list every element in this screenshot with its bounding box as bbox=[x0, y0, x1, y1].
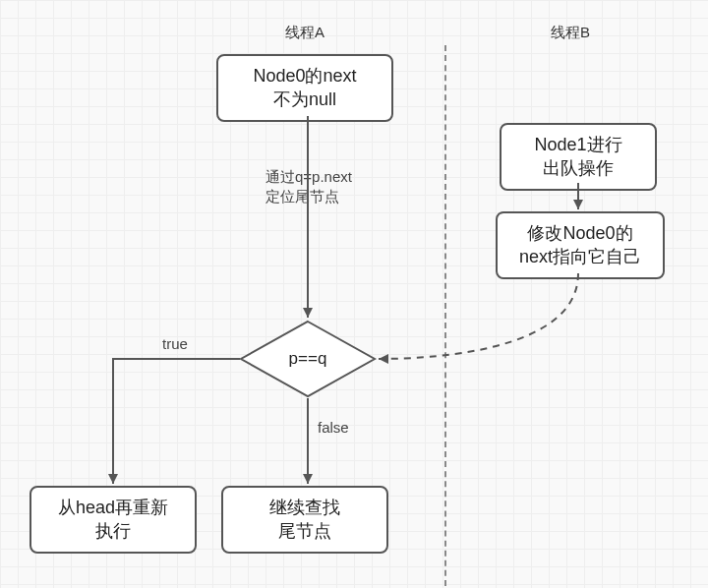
node-b-next-l2: next指向它自己 bbox=[519, 247, 641, 266]
node-decision: p==q bbox=[239, 320, 377, 398]
node-b-next: 修改Node0的 next指向它自己 bbox=[496, 211, 665, 279]
node-true-branch: 从head再重新 执行 bbox=[30, 486, 197, 554]
thread-a-header: 线程A bbox=[285, 24, 324, 42]
thread-b-header: 线程B bbox=[551, 24, 590, 42]
edge-qpnext-l1: 通过q=p.next bbox=[266, 168, 352, 185]
node-false-l1: 继续查找 bbox=[269, 498, 340, 517]
decision-label: p==q bbox=[239, 349, 377, 369]
node-true-l2: 执行 bbox=[95, 521, 131, 541]
thread-divider bbox=[444, 45, 446, 588]
node-a-start-line2: 不为null bbox=[273, 89, 336, 109]
edge-label-false: false bbox=[318, 418, 349, 438]
node-true-l1: 从head再重新 bbox=[58, 498, 168, 517]
edge-label-true: true bbox=[162, 334, 188, 354]
node-b-start-l2: 出队操作 bbox=[543, 158, 614, 178]
node-a-start-line1: Node0的next bbox=[253, 66, 356, 86]
edge-qpnext-l2: 定位尾节点 bbox=[266, 188, 339, 205]
node-b-next-l1: 修改Node0的 bbox=[527, 223, 632, 243]
node-a-start: Node0的next 不为null bbox=[216, 54, 393, 122]
node-b-start-l1: Node1进行 bbox=[534, 135, 621, 154]
node-b-start: Node1进行 出队操作 bbox=[500, 123, 657, 191]
node-false-branch: 继续查找 尾节点 bbox=[221, 486, 388, 554]
edge-label-qpnext: 通过q=p.next 定位尾节点 bbox=[266, 167, 352, 206]
node-false-l2: 尾节点 bbox=[278, 521, 331, 541]
